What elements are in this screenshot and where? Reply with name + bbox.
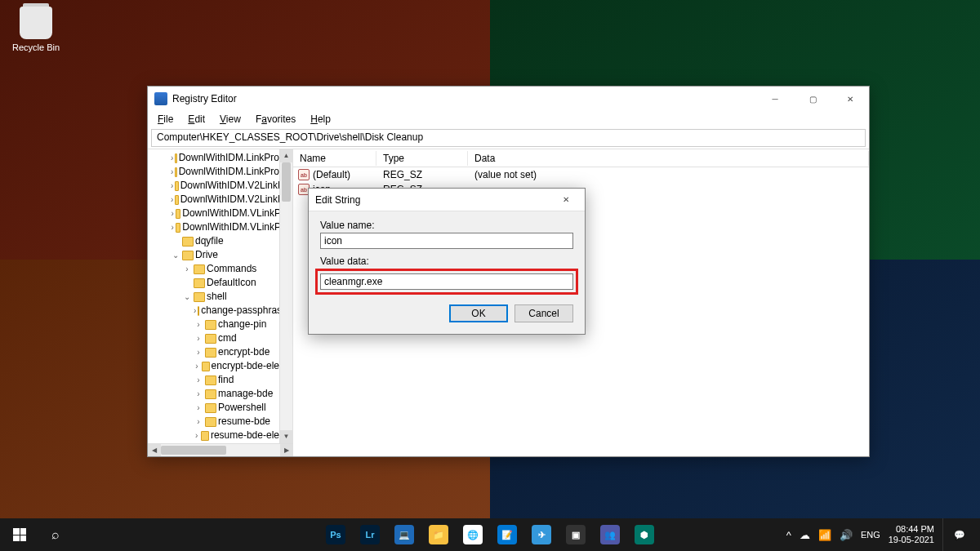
regedit-titlebar[interactable]: Registry Editor ─ ▢ ✕	[148, 87, 869, 111]
taskbar-app[interactable]: 🌐	[457, 518, 489, 551]
tree-item[interactable]: ›encrypt-bde-elev	[148, 359, 284, 373]
tree-item[interactable]: ›unlock-bde	[148, 442, 284, 443]
taskbar-app[interactable]: 📁	[422, 518, 455, 551]
taskbar-app[interactable]: Ps	[319, 518, 352, 551]
tree-item[interactable]: ›Commands	[148, 262, 284, 276]
tree-item[interactable]: ›resume-bde-elev	[148, 429, 284, 442]
cancel-button[interactable]: Cancel	[514, 304, 573, 322]
recycle-bin[interactable]: Recycle Bin	[7, 7, 65, 52]
app-icon: 🌐	[463, 525, 483, 544]
expand-icon[interactable]: ›	[194, 346, 203, 358]
menu-file[interactable]: File	[151, 112, 180, 127]
tree-item-label: DownlWithIDM.VLinkPr	[182, 207, 284, 220]
expand-icon[interactable]: ›	[194, 374, 203, 386]
expand-icon[interactable]: ›	[194, 388, 203, 400]
tree-item[interactable]: ⌄Drive	[148, 248, 284, 262]
tree-item[interactable]: ⌄shell	[148, 290, 284, 304]
expand-icon[interactable]: ›	[194, 415, 203, 428]
tree-item[interactable]: ›Powershell	[148, 401, 284, 415]
value-data-input[interactable]	[320, 273, 573, 290]
expand-icon[interactable]: ›	[171, 180, 173, 192]
expand-icon[interactable]: ⌄	[182, 291, 192, 303]
dialog-close-button[interactable]: ✕	[547, 188, 585, 212]
tree-item-label: change-passphrase	[201, 304, 287, 317]
tree-item-label: resume-bde-elev	[211, 429, 284, 442]
taskbar-app[interactable]: ⬢	[628, 518, 661, 551]
list-row[interactable]: ab(Default)REG_SZ(value not set)	[293, 167, 869, 182]
folder-icon	[175, 181, 178, 191]
tree-item[interactable]: ›DownlWithIDM.VLinkPr	[148, 220, 284, 234]
app-icon: Lr	[360, 525, 380, 544]
tree-item[interactable]: ›DownlWithIDM.VLinkPr	[148, 207, 284, 220]
expand-icon[interactable]: ›	[182, 263, 192, 275]
tree-item[interactable]: ›DownlWithIDM.LinkProc	[148, 165, 284, 179]
notification-button[interactable]: 💬	[942, 518, 975, 551]
registry-tree[interactable]: ›DownlWithIDM.LinkProc›DownlWithIDM.Link…	[148, 149, 293, 443]
col-name[interactable]: Name	[293, 151, 376, 166]
menu-view[interactable]: View	[213, 112, 247, 127]
tree-item[interactable]: ›find	[148, 373, 284, 387]
col-data[interactable]: Data	[468, 151, 869, 166]
folder-icon	[202, 362, 210, 371]
menu-edit[interactable]: Edit	[181, 112, 212, 127]
tree-item[interactable]: DefaultIcon	[148, 276, 284, 290]
taskbar-app[interactable]: ✈	[525, 518, 558, 551]
tree-item[interactable]: ›DownlWithIDM.LinkProc	[148, 151, 284, 165]
tree-item[interactable]: dqyfile	[148, 234, 284, 248]
maximize-button[interactable]: ▢	[794, 87, 831, 111]
expand-icon[interactable]: ›	[194, 429, 199, 442]
taskbar-app[interactable]: 👥	[594, 518, 626, 551]
tray-wifi-icon[interactable]: 📶	[818, 529, 831, 541]
value-name-input[interactable]	[320, 233, 573, 249]
tray-volume-icon[interactable]: 🔊	[840, 529, 853, 541]
list-header[interactable]: Name Type Data	[293, 149, 869, 167]
tree-item[interactable]: ›manage-bde	[148, 387, 284, 401]
expand-icon[interactable]: ›	[194, 360, 200, 372]
tree-item-label: dqyfile	[195, 235, 224, 247]
expand-icon[interactable]: ⌄	[171, 249, 180, 261]
app-icon: 📝	[497, 525, 517, 544]
ok-button[interactable]: OK	[449, 304, 508, 322]
tray-onedrive-icon[interactable]: ☁	[800, 529, 810, 541]
dialog-titlebar[interactable]: Edit String ✕	[309, 189, 585, 211]
menu-help[interactable]: Help	[304, 112, 337, 127]
expand-icon[interactable]: ›	[171, 166, 173, 178]
close-button[interactable]: ✕	[831, 87, 869, 111]
recycle-bin-icon	[20, 7, 52, 39]
taskbar-app[interactable]: Lr	[354, 518, 386, 551]
search-button[interactable]: ⌕	[39, 527, 72, 542]
expand-icon[interactable]: ›	[171, 152, 173, 164]
taskbar-app[interactable]: 📝	[491, 518, 523, 551]
tree-item[interactable]: ›encrypt-bde	[148, 345, 284, 359]
registry-address-bar[interactable]: Computer\HKEY_CLASSES_ROOT\Drive\shell\D…	[151, 129, 866, 147]
start-button[interactable]	[0, 518, 39, 551]
tray-language[interactable]: ENG	[861, 530, 880, 540]
minimize-button[interactable]: ─	[756, 87, 794, 111]
taskbar-clock[interactable]: 08:44 PM 19-05-2021	[889, 524, 934, 545]
folder-icon	[182, 251, 194, 260]
col-type[interactable]: Type	[376, 151, 468, 166]
expand-icon[interactable]: ›	[194, 402, 203, 414]
tree-item[interactable]: ›change-pin	[148, 318, 284, 331]
value-name: (Default)	[313, 169, 350, 180]
tree-item[interactable]: ›change-passphrase	[148, 304, 284, 318]
tree-scrollbar-horizontal[interactable]: ◀▶	[148, 443, 293, 456]
windows-icon	[13, 528, 26, 541]
tray-expand-icon[interactable]: ^	[786, 529, 791, 541]
menu-favorites[interactable]: Favorites	[249, 112, 302, 127]
tree-item[interactable]: ›DownlWithIDM.V2LinkP	[148, 193, 284, 207]
taskbar-app[interactable]: 💻	[388, 518, 421, 551]
expand-icon[interactable]: ›	[171, 193, 173, 206]
expand-icon[interactable]: ›	[171, 207, 174, 220]
expand-icon[interactable]: ›	[171, 221, 174, 233]
tree-item[interactable]: ›DownlWithIDM.V2LinkP	[148, 179, 284, 193]
tree-item[interactable]: ›cmd	[148, 331, 284, 345]
expand-icon[interactable]: ›	[194, 318, 203, 331]
tree-scrollbar-vertical[interactable]: ▲▼	[279, 149, 292, 443]
taskbar-app[interactable]: ▣	[559, 518, 592, 551]
expand-icon[interactable]: ›	[194, 304, 196, 317]
tree-item[interactable]: ›resume-bde	[148, 415, 284, 429]
folder-icon	[205, 403, 216, 413]
expand-icon[interactable]: ›	[194, 332, 203, 344]
dialog-title: Edit String	[315, 194, 360, 206]
